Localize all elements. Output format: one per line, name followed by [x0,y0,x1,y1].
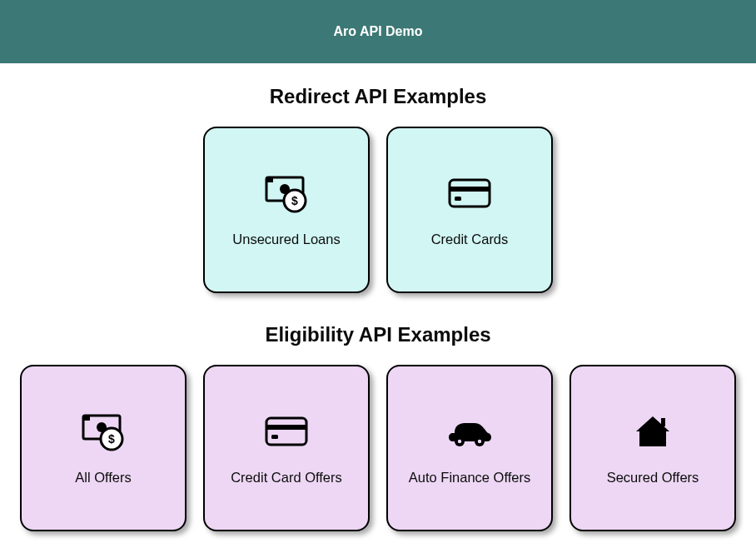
card-unsecured-loans[interactable]: $ Unsecured Loans [203,127,370,293]
svg-rect-8 [455,197,461,201]
card-label: Unsecured Loans [232,232,340,247]
svg-text:$: $ [108,432,115,446]
card-all-offers[interactable]: $ All Offers [20,365,187,531]
svg-text:$: $ [291,194,298,207]
page-title: Aro API Demo [334,24,423,39]
svg-rect-1 [266,177,273,182]
credit-card-icon [261,411,311,451]
svg-point-21 [478,439,481,442]
section-eligibility-title: Eligibility API Examples [0,323,756,346]
card-label: Credit Card Offers [231,470,342,486]
card-auto-finance-offers[interactable]: Auto Finance Offers [386,365,553,531]
section-eligibility: Eligibility API Examples $ All Offers [0,323,756,540]
svg-rect-15 [266,418,306,445]
app-header: Aro API Demo [0,0,756,63]
card-label: Secured Offers [607,470,699,486]
credit-card-icon [445,173,495,213]
card-secured-offers[interactable]: Secured Offers [569,365,736,531]
svg-rect-16 [266,425,306,430]
eligibility-card-row: $ All Offers Credit Card Offers [0,365,756,540]
section-redirect-title: Redirect API Examples [0,85,756,108]
money-icon: $ [261,173,311,213]
card-label: Credit Cards [431,232,509,247]
card-credit-cards[interactable]: Credit Cards [386,127,553,293]
svg-rect-7 [450,187,490,192]
svg-rect-22 [661,418,665,426]
section-redirect: Redirect API Examples $ Unsecured Loans [0,85,756,301]
card-credit-card-offers[interactable]: Credit Card Offers [203,365,370,531]
svg-rect-6 [450,180,490,207]
card-label: All Offers [75,470,132,486]
money-icon: $ [78,411,128,451]
home-icon [628,411,678,451]
card-label: Auto Finance Offers [409,470,530,486]
redirect-card-row: $ Unsecured Loans Credit Cards [0,127,756,301]
svg-rect-17 [271,435,278,439]
svg-point-20 [458,439,461,442]
car-icon [445,411,495,451]
svg-rect-10 [83,416,90,421]
